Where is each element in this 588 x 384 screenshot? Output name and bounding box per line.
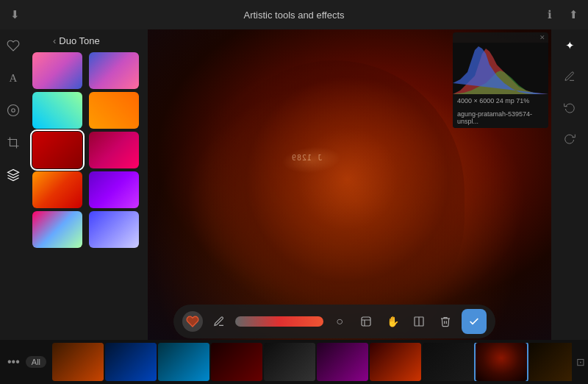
thumb-image-3: [211, 343, 262, 381]
filmstrip-thumb-2[interactable]: [158, 343, 209, 381]
thumb-image-1: [105, 343, 157, 381]
left-panel: ‹ Duo Tone: [26, 29, 148, 340]
swatch-8[interactable]: [89, 171, 139, 208]
swatch-2[interactable]: [89, 52, 139, 89]
swatch-4[interactable]: [89, 92, 139, 129]
circle-tool-button[interactable]: ○: [329, 311, 350, 332]
svg-point-1: [12, 109, 15, 113]
layers-icon[interactable]: [3, 165, 24, 185]
redo-icon[interactable]: [559, 128, 580, 149]
svg-point-0: [8, 105, 19, 116]
sparkle-icon[interactable]: ✦: [559, 35, 580, 56]
heart-icon[interactable]: [3, 35, 24, 56]
expand-filmstrip-button[interactable]: ⊡: [576, 356, 585, 368]
paint-tool-button[interactable]: [182, 311, 203, 332]
thumb-image-6: [370, 343, 421, 381]
histogram-chart: [453, 43, 548, 94]
filmstrip-thumb-7[interactable]: [423, 343, 474, 381]
hand-tool-button[interactable]: ✋: [382, 311, 403, 332]
thumb-image-2: [158, 343, 209, 381]
left-sidebar: A: [0, 29, 26, 340]
filmstrip-thumb-3[interactable]: [211, 343, 262, 381]
filmstrip-thumb-9[interactable]: [528, 343, 572, 381]
swatch-7[interactable]: [32, 171, 82, 208]
info-button[interactable]: ℹ: [541, 6, 559, 24]
histogram-info: 4000 × 6000 24 mp 71% agung-pratamah-539…: [453, 94, 548, 128]
filmstrip-thumb-6[interactable]: [370, 343, 421, 381]
download-button[interactable]: ⬇: [6, 6, 24, 24]
thumb-image-8: [476, 343, 527, 381]
toolbar-pill: ○ ✋: [173, 305, 495, 338]
swatch-5[interactable]: [32, 132, 82, 168]
duo-tone-header: ‹ Duo Tone: [26, 29, 148, 49]
filmstrip-thumb-5[interactable]: [317, 343, 368, 381]
filmstrip: ••• All ⊡: [0, 340, 588, 384]
top-left-actions: ⬇: [6, 6, 24, 24]
filmstrip-thumb-1[interactable]: [105, 343, 157, 381]
pen-tool-button[interactable]: [209, 311, 229, 332]
undo-icon[interactable]: [559, 97, 580, 118]
sticker-tool-button[interactable]: [356, 311, 376, 332]
histogram-panel: ✕ 4000 × 6000 24 mp 71% agung-pratamah-5…: [453, 32, 548, 128]
histogram-filename: agung-pratamah-539574-unspl...: [457, 110, 544, 125]
top-right-actions: ℹ ⬆: [541, 6, 582, 24]
brush-right-icon[interactable]: [559, 66, 580, 87]
swatch-6[interactable]: [89, 132, 139, 168]
duo-tone-title: Duo Tone: [59, 35, 99, 46]
share-button[interactable]: ⬆: [564, 6, 582, 24]
svg-marker-2: [8, 170, 19, 176]
target-icon[interactable]: [3, 100, 24, 121]
swatch-3[interactable]: [32, 92, 82, 129]
text-icon[interactable]: A: [3, 68, 24, 88]
histogram-title-bar: ✕: [453, 32, 548, 43]
back-button[interactable]: ‹: [53, 35, 56, 46]
thumb-image-0: [52, 343, 104, 381]
color-gradient-bar[interactable]: [235, 316, 323, 327]
filmstrip-thumb-0[interactable]: [52, 343, 104, 381]
compare-tool-button[interactable]: [409, 311, 429, 332]
all-filter-button[interactable]: All: [26, 356, 46, 368]
delete-tool-button[interactable]: [435, 311, 456, 332]
bottom-toolbar: ○ ✋: [118, 303, 551, 340]
thumb-image-9: [528, 343, 572, 381]
confirm-button[interactable]: [462, 309, 487, 334]
crop-icon[interactable]: [3, 132, 24, 153]
swatches-grid: [26, 49, 148, 251]
filmstrip-thumb-4[interactable]: [264, 343, 315, 381]
filmstrip-thumb-8[interactable]: [476, 343, 527, 381]
right-panel: ✦: [551, 29, 588, 340]
thumb-image-4: [264, 343, 315, 381]
histogram-close-icon[interactable]: ✕: [539, 34, 545, 41]
histogram-canvas: [453, 43, 548, 94]
top-bar: ⬇ Artistic tools and effects ℹ ⬆: [0, 0, 588, 29]
filmstrip-menu-button[interactable]: •••: [7, 355, 20, 369]
page-title: Artistic tools and effects: [243, 10, 344, 21]
swatch-1[interactable]: [32, 52, 82, 89]
swatches-area: [26, 49, 148, 340]
thumb-image-5: [317, 343, 368, 381]
thumb-image-7: [423, 343, 474, 381]
swatch-9[interactable]: [32, 211, 82, 248]
svg-rect-3: [362, 317, 370, 326]
filmstrip-left-icons: ••• All: [3, 355, 51, 369]
histogram-dimensions: 4000 × 6000 24 mp 71%: [457, 97, 529, 104]
swatch-10[interactable]: [89, 211, 139, 248]
